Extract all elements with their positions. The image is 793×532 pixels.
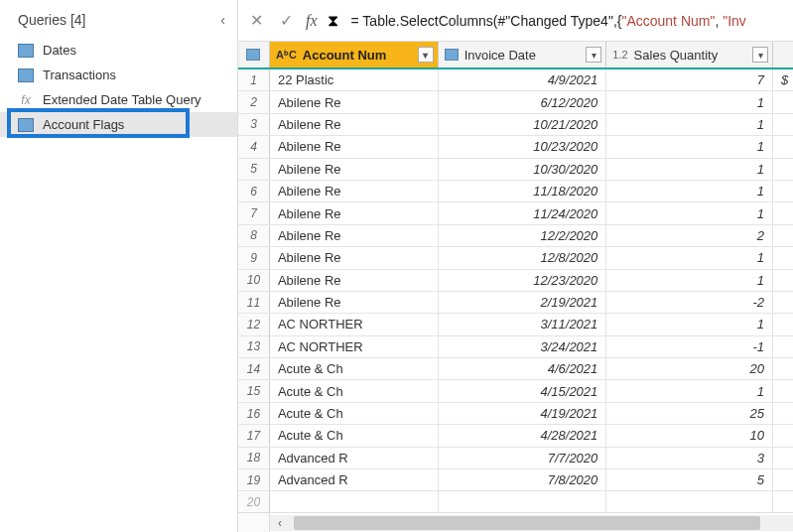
cell-account[interactable]: Abilene Re [270,247,439,268]
cell-extra[interactable] [773,491,793,512]
column-filter-dropdown[interactable]: ▾ [586,47,601,63]
cell-invoice[interactable]: 10/21/2020 [439,114,607,135]
horizontal-scrollbar[interactable]: ‹ [238,512,793,532]
table-row[interactable]: 15Acute & Ch4/15/20211 [238,380,793,402]
cell-extra[interactable] [773,336,793,357]
cell-invoice[interactable]: 2/19/2021 [439,292,607,313]
cell-qty[interactable]: 20 [606,358,773,379]
cell-account[interactable]: AC NORTHER [270,314,439,334]
column-account-num[interactable]: AᵇC Account Num ▾ [270,42,439,67]
table-row[interactable]: 19Advanced R7/8/20205 [238,469,793,491]
cell-qty[interactable]: 1 [606,202,773,223]
cell-account[interactable]: Abilene Re [270,292,439,313]
cell-extra[interactable] [773,114,793,135]
cell-extra[interactable] [773,91,793,112]
cell-qty[interactable]: -1 [606,336,773,357]
table-row[interactable]: 2Abilene Re6/12/20201 [238,91,793,113]
query-item-account-flags[interactable]: Account Flags [0,112,237,137]
column-sales-quantity[interactable]: 1.2 Sales Quantity ▾ [606,42,773,67]
row-number[interactable]: 10 [238,270,270,291]
cell-extra[interactable] [773,292,793,313]
cell-invoice[interactable]: 11/18/2020 [439,181,607,201]
cell-qty[interactable]: 1 [606,181,773,201]
grid-corner[interactable] [238,42,270,67]
cell-extra[interactable] [773,314,793,334]
row-number[interactable]: 20 [238,491,270,512]
cell-account[interactable]: Acute & Ch [270,380,439,401]
cell-qty[interactable]: 3 [606,448,773,468]
row-number[interactable]: 12 [238,314,270,334]
cell-invoice[interactable]: 4/6/2021 [439,358,607,379]
cell-qty[interactable]: 1 [606,270,773,291]
table-row[interactable]: 5Abilene Re10/30/20201 [238,159,793,181]
grid-body[interactable]: 122 Plastic4/9/20217$2Abilene Re6/12/202… [238,69,793,512]
cell-account[interactable]: Abilene Re [270,181,439,201]
cell-extra[interactable] [773,448,793,468]
cell-qty[interactable]: 2 [606,225,773,246]
cell-qty[interactable]: 1 [606,114,773,135]
cell-qty[interactable] [606,491,773,512]
cell-invoice[interactable]: 12/2/2020 [439,225,607,246]
table-row[interactable]: 12AC NORTHER3/11/20211 [238,314,793,335]
cell-invoice[interactable]: 6/12/2020 [439,91,607,112]
cell-extra[interactable] [773,136,793,157]
row-number[interactable]: 11 [238,292,270,313]
row-number[interactable]: 15 [238,380,270,401]
query-item-extended-date-table-query[interactable]: fxExtended Date Table Query [0,87,237,112]
row-number[interactable]: 6 [238,181,270,201]
cell-qty[interactable]: 7 [606,69,773,90]
row-number[interactable]: 9 [238,247,270,268]
row-number[interactable]: 18 [238,448,270,468]
query-item-dates[interactable]: Dates [0,38,237,63]
table-row[interactable]: 20 [238,491,793,512]
query-item-transactions[interactable]: Transactions [0,63,237,87]
cell-invoice[interactable]: 3/24/2021 [439,336,607,357]
scroll-left-icon[interactable]: ‹ [270,515,290,531]
cell-extra[interactable] [773,202,793,223]
cell-account[interactable]: Abilene Re [270,270,439,291]
table-row[interactable]: 18Advanced R7/7/20203 [238,448,793,469]
cell-account[interactable]: Acute & Ch [270,403,439,424]
row-number[interactable]: 13 [238,336,270,357]
row-number[interactable]: 16 [238,403,270,424]
cell-invoice[interactable]: 12/8/2020 [439,247,607,268]
row-number[interactable]: 14 [238,358,270,379]
table-row[interactable]: 4Abilene Re10/23/20201 [238,136,793,158]
cell-qty[interactable]: 1 [606,314,773,334]
row-number[interactable]: 8 [238,225,270,246]
cell-qty[interactable]: 25 [606,403,773,424]
cell-qty[interactable]: 1 [606,91,773,112]
cell-extra[interactable] [773,247,793,268]
cell-account[interactable]: Advanced R [270,469,439,490]
cell-invoice[interactable]: 4/9/2021 [439,69,607,90]
table-row[interactable]: 13AC NORTHER3/24/2021-1 [238,336,793,358]
cell-invoice[interactable]: 7/8/2020 [439,469,607,490]
table-row[interactable]: 10Abilene Re12/23/20201 [238,270,793,292]
row-number[interactable]: 2 [238,91,270,112]
cell-account[interactable]: AC NORTHER [270,336,439,357]
row-number[interactable]: 5 [238,159,270,180]
cell-extra[interactable] [773,159,793,180]
cell-qty[interactable]: -2 [606,292,773,313]
column-filter-dropdown[interactable]: ▾ [418,47,434,63]
cell-qty[interactable]: 1 [606,247,773,268]
table-row[interactable]: 17Acute & Ch4/28/202110 [238,425,793,447]
cell-account[interactable] [270,491,439,512]
cell-invoice[interactable]: 4/19/2021 [439,403,607,424]
row-number[interactable]: 1 [238,69,270,90]
cell-account[interactable]: Abilene Re [270,91,439,112]
cell-invoice[interactable] [439,491,607,512]
row-number[interactable]: 3 [238,114,270,135]
table-row[interactable]: 6Abilene Re11/18/20201 [238,181,793,202]
row-number[interactable]: 4 [238,136,270,157]
column-overflow[interactable] [773,42,793,67]
cell-extra[interactable] [773,469,793,490]
table-row[interactable]: 16Acute & Ch4/19/202125 [238,403,793,425]
cell-account[interactable]: Abilene Re [270,114,439,135]
table-row[interactable]: 8Abilene Re12/2/20202 [238,225,793,247]
cell-invoice[interactable]: 4/28/2021 [439,425,607,446]
cell-account[interactable]: Advanced R [270,448,439,468]
cell-qty[interactable]: 1 [606,136,773,157]
cell-extra[interactable] [773,380,793,401]
cell-extra[interactable]: $ [773,69,793,90]
